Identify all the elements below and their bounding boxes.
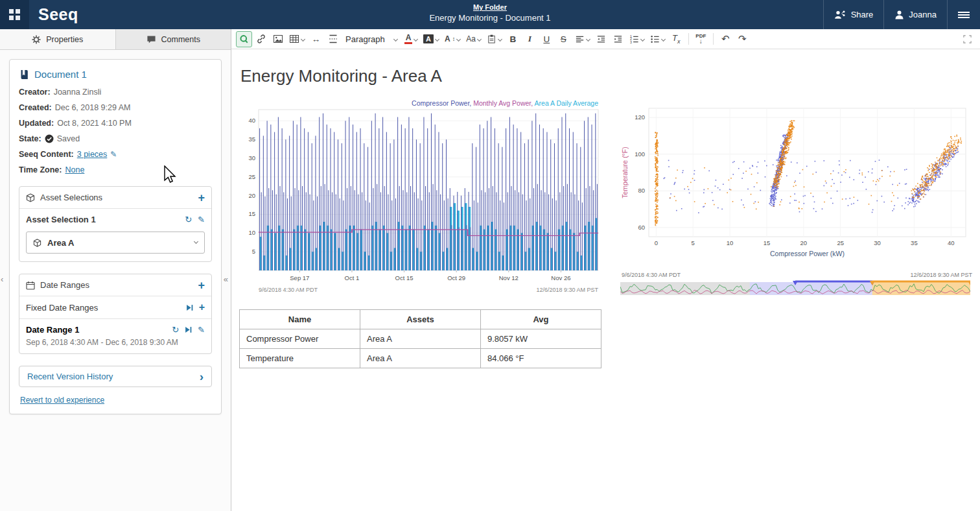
- page-break-icon: [328, 34, 338, 44]
- insert-image-button[interactable]: [270, 31, 286, 47]
- page-break-button[interactable]: [325, 31, 341, 47]
- export-pdf-button[interactable]: PDF↓: [693, 31, 709, 47]
- table-row: Compressor Power Area A 9.8057 kW: [240, 329, 601, 349]
- chevron-down-icon: [435, 36, 439, 41]
- redo-button[interactable]: ↷: [734, 31, 751, 47]
- svg-text:120: 120: [635, 113, 645, 121]
- tab-comments[interactable]: Comments: [115, 29, 231, 49]
- chevron-down-icon: [498, 36, 502, 41]
- paste-options-button[interactable]: [484, 31, 504, 47]
- table-header-row: Name Assets Avg: [240, 310, 601, 329]
- svg-text:10: 10: [248, 229, 255, 236]
- share-button[interactable]: Share: [823, 0, 884, 29]
- seeq-content-link[interactable]: 3 pieces: [77, 150, 108, 159]
- asset-dropdown-value: Area A: [47, 238, 74, 248]
- edit-asset-icon[interactable]: ✎: [198, 215, 205, 224]
- date-ranges-header: Date Ranges +: [19, 274, 211, 296]
- collapse-sidebar-handle[interactable]: «: [224, 274, 228, 284]
- scatter-chart: 60801001200510152025303540Compressor Pow…: [620, 101, 974, 268]
- chevron-down-icon: [640, 36, 645, 41]
- state-label: State:: [19, 134, 41, 143]
- bullet-list-icon: [650, 34, 660, 44]
- asset-selections-card: Asset Selections + Asset Selection 1 ↻ ✎…: [19, 186, 212, 262]
- document-canvas[interactable]: Energy Monitoring - Area A 5101520253035…: [231, 49, 980, 511]
- paragraph-style-dropdown[interactable]: Paragraph: [342, 31, 401, 47]
- hamburger-menu-button[interactable]: [947, 0, 980, 29]
- svg-text:Compressor Power (kW): Compressor Power (kW): [770, 250, 845, 257]
- font-color-button[interactable]: A: [402, 31, 420, 47]
- highlight-color-button[interactable]: A: [421, 31, 441, 47]
- edit-content-icon[interactable]: ✎: [110, 150, 117, 159]
- chevron-right-icon: ›: [200, 373, 204, 381]
- indent-button[interactable]: [610, 31, 626, 47]
- svg-text:20: 20: [248, 192, 255, 199]
- revert-link[interactable]: Revert to old experience: [20, 396, 104, 405]
- underline-button[interactable]: U: [539, 31, 555, 47]
- timezone-row: Time Zone: None: [19, 165, 212, 174]
- version-history-button[interactable]: Recent Version History ›: [19, 366, 212, 387]
- svg-text:12/6/2018 9:30 AM PST: 12/6/2018 9:30 AM PST: [536, 287, 598, 293]
- bullet-list-button[interactable]: [648, 31, 668, 47]
- updated-value: Oct 8, 2021 4:10 PM: [57, 119, 132, 128]
- refresh-asset-icon[interactable]: ↻: [185, 215, 192, 224]
- asset-selections-header: Asset Selections +: [19, 187, 211, 208]
- add-asset-selection-button[interactable]: +: [198, 193, 205, 202]
- collapse-edge-handle[interactable]: ‹: [1, 274, 3, 284]
- bar-chart-column: 510152025303540Sep 17Oct 1Oct 15Oct 29No…: [239, 98, 603, 368]
- font-family-button[interactable]: Aa: [463, 31, 484, 47]
- svg-text:10: 10: [727, 239, 734, 246]
- timezone-link[interactable]: None: [65, 165, 84, 174]
- pdf-icon: PDF↓: [695, 34, 706, 45]
- strikethrough-button[interactable]: S: [555, 31, 572, 47]
- clear-formatting-button[interactable]: Tx: [668, 31, 684, 47]
- numbered-list-button[interactable]: 123: [627, 31, 647, 47]
- table-cell: Area A: [360, 329, 481, 349]
- insert-link-button[interactable]: [253, 31, 269, 47]
- share-label: Share: [851, 10, 874, 19]
- version-history-label: Recent Version History: [27, 372, 113, 381]
- scatter-chart-column: 60801001200510152025303540Compressor Pow…: [620, 98, 974, 297]
- date-ranges-title: Date Ranges: [40, 280, 89, 290]
- calendar-icon: [26, 281, 35, 290]
- check-circle-icon: [45, 134, 54, 143]
- step-range-icon[interactable]: [185, 326, 192, 333]
- paragraph-style-value: Paragraph: [345, 34, 385, 44]
- date-range-item: Date Range 1 ↻ ✎ Sep 6, 2018 4:30 AM - D…: [19, 318, 211, 353]
- table-cell: Temperature: [240, 349, 360, 368]
- content-heading: Energy Monitoring - Area A: [240, 66, 974, 86]
- bold-button[interactable]: B: [505, 31, 521, 47]
- font-color-icon: A: [404, 34, 412, 44]
- fullwidth-toggle-button[interactable]: [959, 31, 975, 47]
- user-menu[interactable]: Joanna: [883, 0, 947, 29]
- main-row: Properties Comments Document 1 Creator: …: [0, 29, 980, 511]
- insert-table-button[interactable]: [286, 31, 307, 47]
- add-date-range-button[interactable]: +: [198, 281, 205, 290]
- svg-text:20: 20: [800, 239, 808, 246]
- horizontal-rule-button[interactable]: ↔: [308, 31, 324, 47]
- app-grid-button[interactable]: [0, 0, 29, 29]
- tab-properties[interactable]: Properties: [0, 29, 115, 49]
- asset-selection-row: Asset Selection 1 ↻ ✎: [19, 208, 211, 230]
- align-button[interactable]: [572, 31, 592, 47]
- breadcrumb[interactable]: My Folder: [429, 3, 550, 11]
- font-size-button[interactable]: A↕: [442, 31, 463, 47]
- italic-button[interactable]: I: [522, 31, 538, 47]
- clipboard-icon: [487, 34, 496, 44]
- asset-dropdown[interactable]: Area A: [26, 232, 205, 254]
- date-range-value: Sep 6, 2018 4:30 AM - Dec 6, 2018 9:30 A…: [26, 338, 205, 347]
- insert-seeq-content-button[interactable]: [236, 31, 252, 47]
- refresh-range-icon[interactable]: ↻: [172, 326, 179, 334]
- undo-button[interactable]: ↶: [718, 31, 734, 47]
- creator-value: Joanna Zinsli: [54, 88, 102, 97]
- chevron-down-icon: [301, 36, 305, 41]
- comment-icon: [146, 35, 156, 44]
- edit-range-icon[interactable]: ✎: [198, 326, 205, 334]
- app-grid-icon: [9, 9, 20, 20]
- timeline-strip-chart[interactable]: [620, 280, 970, 297]
- seeq-q-icon: [239, 34, 249, 44]
- outdent-button[interactable]: [593, 31, 609, 47]
- step-to-end-icon[interactable]: [186, 304, 193, 311]
- add-fixed-range-icon[interactable]: +: [199, 302, 205, 313]
- creator-label: Creator:: [19, 88, 51, 97]
- properties-panel: Document 1 Creator: Joanna Zinsli Create…: [9, 59, 222, 414]
